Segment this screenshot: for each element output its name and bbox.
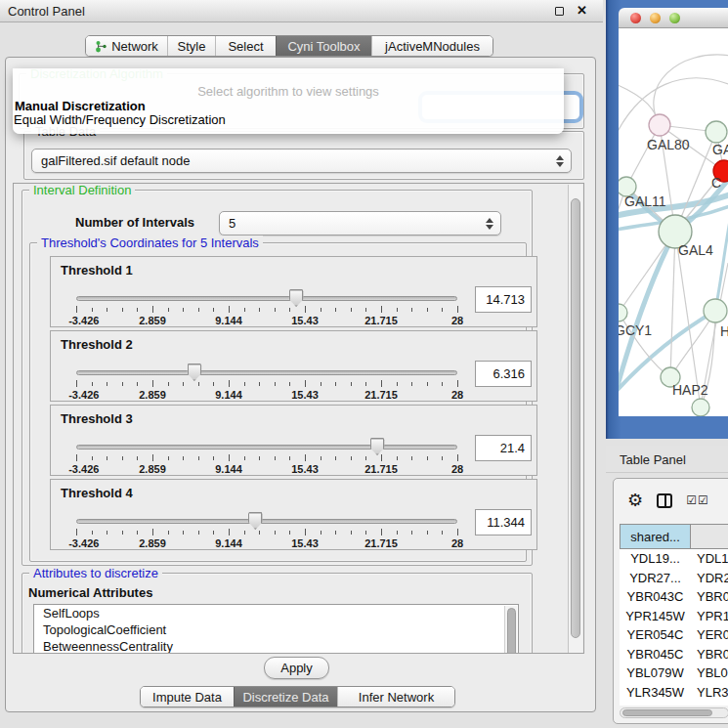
slider-tick [213,456,214,460]
network-node[interactable] [706,121,727,143]
columns-icon[interactable] [657,493,672,508]
table-cell: YDR2 [691,571,728,585]
network-canvas[interactable]: GAL80GACGAL11GAL4GCY1HHAP2 [619,28,728,416]
gear-icon[interactable]: ⚙ [627,492,643,509]
slider-tick [381,454,382,461]
slider-tick [289,456,290,460]
tab-discretize-data[interactable]: Discretize Data [234,687,337,707]
slider-thumb-icon[interactable] [289,289,304,307]
popup-item-equal-width[interactable]: Equal Width/Frequency Discretization [14,112,226,127]
table-cell: YIL0 [691,704,728,706]
list-item[interactable]: TopologicalCoefficient [34,621,518,638]
close-window-icon[interactable] [630,13,641,23]
slider-tick [381,380,382,387]
table-row[interactable]: YER054CYER0 [620,625,728,645]
combobox-value: galFiltered.sif default node [41,153,190,168]
table-cell: YBR0 [691,647,728,662]
tab-infer-network[interactable]: Infer Network [337,687,454,707]
table-row[interactable]: YBL079WYBL0 [620,664,728,683]
threshold-slider[interactable]: -3.426 2.859 9.144 15.43 21.715 28 [76,364,457,402]
control-panel-titlebar: Control Panel ✕ [0,0,603,22]
table-cell: YBR043C [620,589,691,604]
popup-placeholder-item[interactable]: Select algorithm to view settings [13,84,564,99]
slider-track[interactable] [76,370,457,375]
slider-tick [442,308,443,312]
slider-tick [397,308,398,312]
threshold-panel: Threshold 2 -3.426 2.859 9.144 15.43 21.… [50,330,537,402]
tab-jactivemnodules[interactable]: jActiveMNodules [371,36,492,56]
tab-style[interactable]: Style [167,36,215,56]
minimize-window-icon[interactable] [650,13,661,23]
scrollbar-thumb[interactable] [622,709,712,716]
tab-network[interactable]: Network [86,36,167,56]
threshold-slider[interactable]: -3.426 2.859 9.144 15.43 21.715 28 [76,439,457,476]
threshold-slider[interactable]: -3.426 2.859 9.144 15.43 21.715 28 [76,290,457,327]
node-label: GAL80 [647,137,690,152]
close-icon[interactable]: ✕ [577,3,587,18]
scrollbar-thumb[interactable] [571,198,580,638]
popup-item-manual-discretization[interactable]: Manual Discretization [15,99,146,113]
table-row[interactable]: YLR345WYLR3 [620,683,728,703]
network-window-titlebar [619,8,728,28]
table-cell: YIL053C [620,704,691,706]
slider-tick [365,308,366,312]
slider-tick [198,382,199,386]
slider-track[interactable] [76,519,457,524]
list-item[interactable]: SelfLoops [34,605,518,621]
slider-thumb-icon[interactable] [187,364,201,381]
slider-tick-labels: -3.426 2.859 9.144 15.43 21.715 28 [76,463,457,475]
threshold-slider[interactable]: -3.426 2.859 9.144 15.43 21.715 28 [76,513,457,550]
column-header-name[interactable]: na [691,524,728,549]
table-data-combobox[interactable]: galFiltered.sif default node [31,149,572,173]
table-row[interactable]: YDL19...YDL1 [620,549,728,569]
slider-track[interactable] [76,445,457,450]
threshold-label: Threshold 3 [61,411,133,426]
table-row[interactable]: YPR145WYPR1 [620,607,728,626]
table-row[interactable]: YDR27...YDR2 [620,569,728,588]
threshold-value-field[interactable] [475,361,532,387]
threshold-value-field[interactable] [475,435,532,461]
threshold-panel: Threshold 4 -3.426 2.859 9.144 15.43 21.… [50,479,537,550]
settings-scrollpane: Interval Definition Number of Intervals … [13,183,584,654]
list-scrollbar[interactable] [504,606,517,654]
slider-tick [76,380,77,387]
vertical-scrollbar[interactable] [568,185,582,654]
number-of-intervals-combobox[interactable]: 5 [219,211,501,236]
table-row[interactable]: YBR045CYBR0 [620,645,728,664]
slider-thumb-icon[interactable] [370,438,385,455]
network-edge[interactable] [670,232,675,377]
table-row[interactable]: YBR043CYBR0 [620,587,728,607]
slider-ticks [76,454,457,462]
horizontal-scrollbar[interactable] [620,707,728,718]
tab-select[interactable]: Select [215,36,276,56]
slider-track[interactable] [76,296,457,301]
slider-tick [351,531,352,535]
zoom-window-icon[interactable] [669,13,680,23]
slider-tick [305,454,306,461]
threshold-value-field[interactable] [475,286,532,313]
slider-tick [321,531,321,535]
list-item[interactable]: BetweennessCentrality [34,638,518,654]
tab-impute-data[interactable]: Impute Data [141,687,234,707]
slider-tick [244,456,245,460]
table-row[interactable]: YIL053CYIL0 [620,702,728,706]
cyni-toolbox-panel: Discretization Algorithm Table Data galF… [5,57,596,712]
slider-tick [229,380,230,387]
select-checkboxes-icon[interactable]: ☑☑ [686,493,709,507]
threshold-value-field[interactable] [475,509,532,535]
float-panel-icon[interactable] [555,7,564,16]
tab-label: Discretize Data [242,690,328,705]
table-panel-toolbar: ⚙ ☑☑ [614,479,728,522]
slider-thumb-icon[interactable] [248,512,263,530]
tab-cyni-toolbox[interactable]: Cyni Toolbox [276,36,371,56]
network-node[interactable] [704,299,727,322]
slider-tick [365,456,366,460]
apply-button[interactable]: Apply [264,657,329,679]
network-node[interactable] [692,399,709,416]
network-node[interactable] [649,114,670,136]
network-edge[interactable] [654,55,728,125]
slider-tick [92,531,93,535]
slider-tick [427,531,428,535]
network-node[interactable] [619,304,627,321]
column-header-shared[interactable]: shared... [620,524,691,549]
